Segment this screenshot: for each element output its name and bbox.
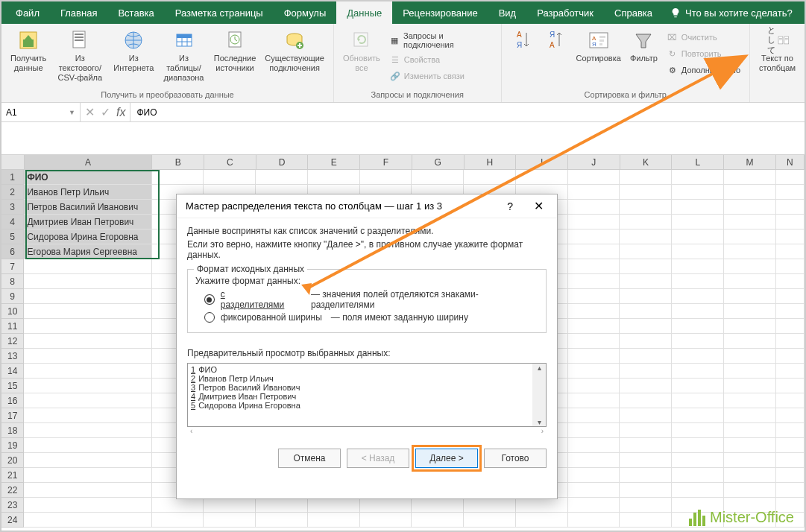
col-header-A[interactable]: A <box>25 155 153 169</box>
cell[interactable] <box>724 289 776 304</box>
cell[interactable] <box>568 408 620 423</box>
cell[interactable] <box>360 498 412 513</box>
preview-scrollbar[interactable]: ▴▾ <box>532 364 546 426</box>
cell[interactable] <box>776 393 805 408</box>
cell[interactable] <box>204 513 256 528</box>
row-header[interactable]: 13 <box>1 349 24 364</box>
tab-главная[interactable]: Главная <box>50 1 107 24</box>
cell[interactable] <box>464 170 516 185</box>
existing-connections-button[interactable]: Существующиеподключения <box>262 27 327 75</box>
accept-formula-icon[interactable]: ✓ <box>101 105 110 119</box>
from-web-button[interactable]: ИзИнтернета <box>110 27 157 75</box>
advanced-filter-button[interactable]: ⚙Дополнительно <box>664 63 743 77</box>
cell[interactable]: ФИО <box>24 170 151 185</box>
cell[interactable] <box>776 408 805 423</box>
cell[interactable] <box>204 498 256 513</box>
row-header[interactable]: 7 <box>1 259 24 274</box>
col-header-B[interactable]: B <box>152 155 204 169</box>
cell[interactable]: Петров Василий Иванович <box>24 200 151 215</box>
cell[interactable] <box>24 423 151 438</box>
cell[interactable] <box>672 423 724 438</box>
cell[interactable] <box>620 364 672 379</box>
sort-za-button[interactable]: ЯА <box>541 27 570 55</box>
cell[interactable] <box>620 349 672 364</box>
col-header-I[interactable]: I <box>516 155 568 169</box>
row-header[interactable]: 4 <box>1 215 24 229</box>
row-header[interactable]: 3 <box>1 200 24 215</box>
cell[interactable] <box>568 483 620 498</box>
cell[interactable] <box>620 229 672 244</box>
cell[interactable] <box>568 170 620 185</box>
cell[interactable] <box>24 379 151 393</box>
edit-links-button[interactable]: 🔗Изменить связи <box>386 69 495 83</box>
cell[interactable] <box>24 259 151 274</box>
cell[interactable] <box>724 349 776 364</box>
cell[interactable] <box>568 200 620 215</box>
col-header-D[interactable]: D <box>256 155 309 169</box>
cell[interactable] <box>724 334 776 349</box>
cell[interactable] <box>568 215 620 229</box>
cell[interactable] <box>672 379 724 393</box>
cell[interactable] <box>152 498 204 513</box>
cell[interactable] <box>724 364 776 379</box>
cell[interactable] <box>516 498 568 513</box>
cell[interactable] <box>24 408 151 423</box>
cell[interactable] <box>620 170 672 185</box>
tab-файл[interactable]: Файл <box>5 1 50 24</box>
cell[interactable] <box>620 259 672 274</box>
col-header-L[interactable]: L <box>672 155 724 169</box>
cell[interactable] <box>776 289 805 304</box>
cell[interactable] <box>568 423 620 438</box>
select-all-corner[interactable] <box>1 155 25 169</box>
cell[interactable] <box>776 438 805 453</box>
cell[interactable] <box>256 170 308 185</box>
cell[interactable] <box>308 498 360 513</box>
cell[interactable] <box>672 468 724 483</box>
row-header[interactable]: 8 <box>1 274 24 289</box>
cell[interactable] <box>412 513 464 528</box>
row-header[interactable]: 5 <box>1 229 24 244</box>
cell[interactable] <box>776 244 805 259</box>
row-header[interactable]: 23 <box>1 498 24 513</box>
cell[interactable] <box>672 274 724 289</box>
cell[interactable] <box>516 170 568 185</box>
cell[interactable] <box>568 438 620 453</box>
queries-button[interactable]: ▦Запросы и подключения <box>386 30 495 51</box>
cell[interactable] <box>568 453 620 468</box>
row-header[interactable]: 12 <box>1 334 24 349</box>
row-header[interactable]: 18 <box>1 423 24 438</box>
tab-разработчик[interactable]: Разработчик <box>526 1 604 24</box>
row-header[interactable]: 17 <box>1 408 24 423</box>
cell[interactable] <box>412 498 464 513</box>
cell[interactable] <box>256 513 308 528</box>
cell[interactable] <box>724 468 776 483</box>
from-table-button[interactable]: Из таблицы/диапазона <box>160 27 207 85</box>
tab-рецензирование[interactable]: Рецензирование <box>392 1 488 24</box>
col-header-E[interactable]: E <box>308 155 360 169</box>
cell[interactable] <box>464 498 516 513</box>
cell[interactable] <box>24 498 151 513</box>
cell[interactable] <box>568 498 620 513</box>
get-data-button[interactable]: Получитьданные <box>7 27 49 75</box>
next-button[interactable]: Далее > <box>415 449 478 468</box>
tab-данные[interactable]: Данные <box>336 1 392 24</box>
fx-icon[interactable]: fx <box>116 106 125 119</box>
cell[interactable] <box>24 513 151 528</box>
row-header[interactable]: 2 <box>1 185 24 200</box>
cell[interactable] <box>672 349 724 364</box>
cell[interactable] <box>776 468 805 483</box>
cell[interactable] <box>24 304 151 319</box>
row-header[interactable]: 16 <box>1 393 24 408</box>
cell[interactable] <box>412 170 464 185</box>
cell[interactable] <box>724 393 776 408</box>
cell[interactable] <box>620 483 672 498</box>
cell[interactable] <box>620 334 672 349</box>
cell[interactable] <box>620 423 672 438</box>
cell[interactable] <box>152 170 204 185</box>
cell[interactable] <box>568 393 620 408</box>
cell[interactable] <box>672 334 724 349</box>
cell[interactable] <box>672 483 724 498</box>
cell[interactable] <box>620 393 672 408</box>
properties-button[interactable]: ☰Свойства <box>386 52 495 67</box>
cell[interactable] <box>672 408 724 423</box>
